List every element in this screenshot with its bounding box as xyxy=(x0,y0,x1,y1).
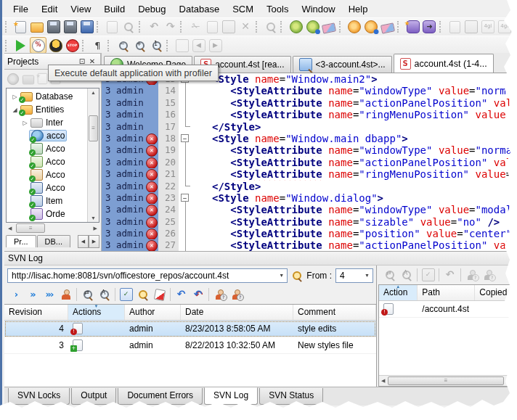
fold-toggle-icon[interactable]: − xyxy=(181,194,189,202)
undo-icon[interactable]: ↶ xyxy=(148,21,160,33)
menu-window[interactable]: Window xyxy=(295,1,341,17)
debug-icon[interactable] xyxy=(49,39,62,52)
code-line-15[interactable]: 3 admin15 <StyleAttribute name="actionPa… xyxy=(102,97,513,109)
menu-file[interactable]: File xyxy=(7,1,35,17)
expander-icon[interactable]: ◢ xyxy=(11,107,19,113)
nav-forward-button[interactable]: ▶ xyxy=(208,38,223,53)
column-header-action[interactable]: Action▲ xyxy=(379,285,418,300)
project-tree[interactable]: ▷✓Database◢✓Entities▷Inter✓acco✓Acco✓Acc… xyxy=(7,88,87,222)
paste-button[interactable] xyxy=(221,20,237,35)
column-header-actions[interactable]: Actions▼ xyxy=(68,305,125,320)
scroll-right-icon[interactable]: ▶ xyxy=(94,226,97,231)
save-icon[interactable] xyxy=(47,20,60,33)
whitespace-button[interactable]: ¶ xyxy=(90,38,105,53)
combo-dropdown-icon[interactable]: ▼ xyxy=(362,269,373,282)
annotate-button[interactable]: A xyxy=(97,287,112,302)
tree-item-acco[interactable]: ✓Acco xyxy=(7,155,87,168)
detail-annotate-button[interactable]: A xyxy=(399,268,414,283)
code-line-19[interactable]: 3 admin✕19 <StyleAttribute name="windowT… xyxy=(102,144,513,156)
column-header-comment[interactable]: Comment xyxy=(293,305,376,320)
print-icon[interactable] xyxy=(107,21,118,33)
detail-annotate-icon[interactable]: A xyxy=(401,269,412,281)
import-database-icon[interactable]: ➜ xyxy=(423,20,436,33)
clean-icon[interactable] xyxy=(322,22,336,33)
code-editor[interactable]: 3 admin✕13−<Style name="Window.main2">3 … xyxy=(102,73,513,251)
clean-all-icon[interactable] xyxy=(380,22,395,33)
code-line-22[interactable]: 3 admin✕22</Style> xyxy=(102,181,513,192)
save-button[interactable] xyxy=(46,20,62,35)
annotate-icon[interactable]: A xyxy=(99,289,110,300)
import-database-button[interactable]: ➜ xyxy=(422,20,437,35)
code-line-17[interactable]: 3 admin17</Style> xyxy=(102,121,513,133)
find-in-files-button[interactable] xyxy=(264,20,279,35)
get-all-icon[interactable]: »› xyxy=(44,289,55,300)
run-icon[interactable] xyxy=(16,40,25,52)
revision-row[interactable]: 3+admin8/22/2013 10:32:50 AMNew styles f… xyxy=(4,337,376,354)
fold-margin[interactable]: − xyxy=(179,133,193,144)
panel-tab-db[interactable]: DB... xyxy=(37,235,70,247)
fold-margin[interactable] xyxy=(179,239,193,251)
revision-row[interactable]: 4!admin8/23/2013 8:58:05 AMstyle edits xyxy=(4,321,376,337)
combo-dropdown-icon[interactable]: ▼ xyxy=(276,269,287,282)
code-line-24[interactable]: 3 admin✕24 <StyleAttribute name="windowT… xyxy=(102,204,513,215)
tree-item-entities[interactable]: ◢✓Entities xyxy=(7,103,87,116)
fold-margin[interactable] xyxy=(179,121,193,133)
delete-button[interactable]: ✕ xyxy=(238,20,253,35)
code-line-25[interactable]: 3 admin✕25 <StyleAttribute name="sizable… xyxy=(102,216,513,228)
help-merge-button[interactable]: ? xyxy=(229,287,244,302)
bottom-tab-svn-status[interactable]: SVN Status xyxy=(259,388,323,405)
scrollbar-thumb[interactable]: ≡ xyxy=(89,115,98,141)
profiler-button[interactable]: % xyxy=(30,37,46,54)
code-line-14[interactable]: 3 admin14 <StyleAttribute name="windowTy… xyxy=(102,85,513,96)
code-line-23[interactable]: 3 admin✕23−<Style name="Window.dialog"> xyxy=(102,192,513,204)
path-row[interactable]: !/account.4st xyxy=(379,301,513,318)
nav-back-icon[interactable]: ◀ xyxy=(192,39,205,52)
bottom-tab-svn-log[interactable]: SVN Log xyxy=(204,387,258,405)
scrollbar-thumb[interactable]: ≡ xyxy=(16,223,45,233)
tree-item-acco[interactable]: ✓acco xyxy=(7,129,87,142)
scrollbar-thumb[interactable]: ≡ xyxy=(388,376,503,385)
fold-margin[interactable] xyxy=(179,216,193,228)
generate-code-button[interactable] xyxy=(447,20,463,35)
build-rules-icon[interactable] xyxy=(465,20,478,33)
scroll-down-icon[interactable]: ▼ xyxy=(91,215,96,221)
get-next-batch-button[interactable]: » xyxy=(25,287,40,302)
detail-undo-button[interactable]: ↶ xyxy=(442,268,457,283)
get-next-batch-icon[interactable]: » xyxy=(27,289,38,300)
menu-edit[interactable]: Edit xyxy=(35,1,64,17)
project-new-icon[interactable] xyxy=(38,73,48,84)
diff-revisions-button[interactable]: ⇄ xyxy=(80,287,95,302)
save-as-icon[interactable] xyxy=(64,20,77,33)
save-as-button[interactable] xyxy=(62,20,78,35)
clean-all-button[interactable] xyxy=(380,20,395,35)
run-button[interactable] xyxy=(13,38,28,53)
get-next-icon[interactable]: › xyxy=(10,289,22,300)
properties-icon[interactable]: ✓ xyxy=(120,288,133,301)
build-all-button[interactable] xyxy=(305,20,320,35)
help-revision-button[interactable]: ? xyxy=(212,287,227,302)
menu-database[interactable]: Database xyxy=(173,1,227,17)
panel-tab-pr[interactable]: Pr... xyxy=(6,235,36,247)
build-icon[interactable] xyxy=(290,20,303,33)
search-revisions-icon[interactable] xyxy=(291,270,303,281)
stop-button[interactable]: STOP xyxy=(65,38,80,53)
browse-repository-button[interactable] xyxy=(135,287,150,302)
new-database-icon[interactable] xyxy=(407,20,420,33)
tree-item-inter[interactable]: ▷Inter xyxy=(7,116,87,129)
fold-margin[interactable] xyxy=(179,109,193,120)
revert-icon[interactable]: ↶ xyxy=(192,289,204,300)
copy-button[interactable] xyxy=(205,20,220,35)
zoom-reset-button[interactable]: 1 xyxy=(149,38,164,53)
new-file-button[interactable] xyxy=(13,20,28,35)
detail-help2-button[interactable]: ? xyxy=(481,268,496,283)
fold-margin[interactable] xyxy=(179,181,193,192)
execute-icon[interactable] xyxy=(348,20,361,33)
scroll-left-icon[interactable]: ◀ xyxy=(8,226,12,231)
fold-margin[interactable] xyxy=(179,97,193,109)
tree-vertical-scrollbar[interactable]: ▲ ≡ ▼ xyxy=(87,88,99,222)
menu-debug[interactable]: Debug xyxy=(131,1,172,17)
fold-margin[interactable] xyxy=(179,204,193,215)
tree-item-item[interactable]: ✓Item xyxy=(7,194,87,207)
menu-help[interactable]: Help xyxy=(342,1,375,17)
code-line-27[interactable]: 3 admin✕27 <StyleAttribute name="actionP… xyxy=(102,239,513,251)
